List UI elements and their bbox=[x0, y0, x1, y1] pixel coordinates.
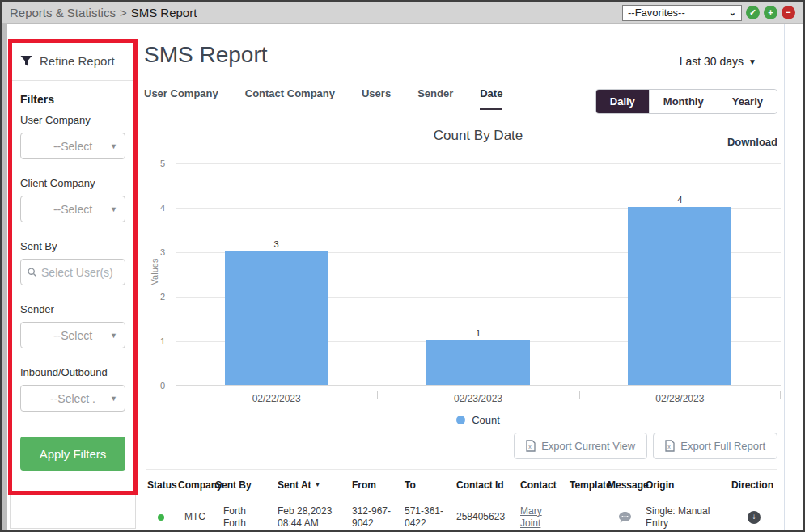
add-favorite-icon[interactable]: + bbox=[764, 6, 777, 19]
inbound-outbound-select[interactable]: --Select . ▼ bbox=[20, 385, 125, 412]
inbound-outbound-label: Inbound/Outbound bbox=[20, 366, 125, 378]
excel-file-icon: x bbox=[665, 440, 675, 452]
company-cell: MTC bbox=[176, 511, 214, 523]
sender-label: Sender bbox=[20, 303, 125, 315]
col-sent-at[interactable]: Sent At ▼ bbox=[276, 479, 350, 491]
col-direction: Direction bbox=[730, 479, 778, 491]
contact-link[interactable]: Mary Joint bbox=[520, 505, 549, 530]
svg-text:x: x bbox=[667, 444, 671, 450]
to-cell: 571-361-0422 bbox=[403, 505, 455, 530]
tab-contact-company[interactable]: Contact Company bbox=[245, 87, 335, 110]
col-from: From bbox=[350, 479, 403, 491]
bar-02/28/2023 bbox=[628, 207, 731, 385]
chevron-down-icon: ▼ bbox=[110, 205, 117, 213]
col-company: Company bbox=[176, 479, 214, 491]
page-title: SMS Report bbox=[144, 42, 268, 68]
sent-at-value: Feb 28,2023 08:44 AM bbox=[278, 505, 336, 530]
col-to: To bbox=[403, 479, 455, 491]
message-bubble-icon[interactable] bbox=[618, 511, 632, 524]
date-range-selector[interactable]: Last 30 days ▼ bbox=[680, 55, 756, 68]
excel-file-icon: x bbox=[526, 440, 536, 452]
bar-02/22/2023 bbox=[225, 251, 328, 385]
main-content: SMS Report Last 30 days ▼ User Company C… bbox=[139, 24, 785, 532]
user-company-label: User Company bbox=[20, 114, 125, 126]
legend-count-label: Count bbox=[472, 414, 500, 426]
col-sent-at-label: Sent At bbox=[278, 479, 311, 491]
user-company-select-value: --Select bbox=[53, 140, 92, 153]
sent-by-input[interactable] bbox=[41, 266, 118, 279]
caret-down-icon: ▼ bbox=[748, 57, 756, 66]
direction-cell: ↓ bbox=[730, 511, 778, 524]
col-contact: Contact bbox=[519, 479, 568, 491]
contact-cell: Mary Joint bbox=[519, 505, 568, 530]
confirm-favorite-icon[interactable]: ✓ bbox=[746, 6, 760, 19]
export-full-report-button[interactable]: x Export Full Report bbox=[653, 433, 777, 459]
user-company-select[interactable]: --Select ▼ bbox=[20, 133, 125, 159]
favorites-select[interactable]: --Favorites-- ⌄ bbox=[622, 5, 742, 21]
left-scroll-gutter bbox=[2, 24, 7, 532]
from-value: 312-967-9042 bbox=[352, 505, 396, 530]
filters-heading: Filters bbox=[20, 93, 125, 106]
svg-text:x: x bbox=[528, 444, 532, 450]
date-range-value: Last 30 days bbox=[680, 55, 744, 68]
export-full-report-label: Export Full Report bbox=[680, 440, 765, 452]
sender-select[interactable]: --Select ▼ bbox=[20, 322, 125, 348]
top-bar: Reports & Statistics > SMS Report --Favo… bbox=[2, 2, 803, 24]
tab-sender[interactable]: Sender bbox=[417, 87, 453, 110]
app-window: Reports & Statistics > SMS Report --Favo… bbox=[0, 0, 805, 532]
client-company-label: Client Company bbox=[20, 177, 125, 189]
chart-title: Count By Date bbox=[176, 128, 781, 144]
period-toggle-group: Daily Monthly Yearly bbox=[595, 89, 777, 114]
legend-count-dot bbox=[456, 416, 465, 424]
chart-legend: Count bbox=[176, 414, 781, 426]
contact-id-cell: 258405623 bbox=[455, 511, 519, 523]
chevron-down-icon: ▼ bbox=[110, 331, 117, 340]
bar-02/23/2023 bbox=[426, 340, 530, 385]
export-current-view-button[interactable]: x Export Current View bbox=[514, 433, 647, 459]
status-active-dot bbox=[158, 514, 164, 521]
x-axis-label: 02/22/2023 bbox=[176, 393, 377, 404]
status-cell bbox=[146, 514, 176, 521]
client-company-select-value: --Select bbox=[53, 203, 92, 216]
download-link[interactable]: Download bbox=[727, 136, 777, 148]
sent-by-value: Forth Forth bbox=[223, 505, 259, 530]
period-daily-button[interactable]: Daily bbox=[596, 90, 649, 113]
sms-results-table: Status Company Sent By Sent At ▼ From To… bbox=[139, 469, 784, 532]
x-axis-label: 02/23/2023 bbox=[377, 393, 578, 404]
sent-by-search-box bbox=[20, 259, 125, 285]
inbound-outbound-select-value: --Select . bbox=[50, 392, 95, 405]
tab-users[interactable]: Users bbox=[362, 87, 391, 110]
period-yearly-button[interactable]: Yearly bbox=[718, 90, 777, 113]
col-message: Message bbox=[606, 479, 644, 491]
direction-down-arrow-icon[interactable]: ↓ bbox=[748, 511, 761, 524]
chart-plot: 314 bbox=[176, 163, 781, 386]
chart-xlabels: 02/22/202302/23/202302/28/2023 bbox=[176, 393, 781, 404]
remove-favorite-icon[interactable]: − bbox=[782, 6, 795, 19]
filter-funnel-icon bbox=[20, 55, 32, 67]
col-contact-id: Contact Id bbox=[455, 479, 519, 491]
tab-date[interactable]: Date bbox=[480, 87, 502, 110]
divider bbox=[11, 424, 135, 424]
client-company-select[interactable]: --Select ▼ bbox=[20, 196, 125, 222]
origin-value: Single: Manual Entry bbox=[646, 505, 717, 530]
breadcrumb-reports-statistics[interactable]: Reports & Statistics bbox=[10, 6, 116, 19]
favorites-select-value: --Favorites-- bbox=[628, 6, 685, 19]
tab-user-company[interactable]: User Company bbox=[144, 87, 218, 110]
period-monthly-button[interactable]: Monthly bbox=[649, 90, 718, 113]
origin-cell: Single: Manual Entry bbox=[644, 505, 730, 530]
chart-yticks: 012345 bbox=[139, 163, 170, 386]
chevron-down-icon: ⌄ bbox=[729, 7, 736, 18]
to-value: 571-361-0422 bbox=[405, 505, 448, 530]
chevron-down-icon: ▼ bbox=[110, 395, 117, 403]
sender-select-value: --Select bbox=[53, 329, 92, 342]
divider bbox=[11, 80, 135, 81]
col-status: Status bbox=[146, 479, 176, 491]
table-row: MTC Forth Forth Feb 28,2023 08:44 AM 312… bbox=[146, 500, 777, 532]
search-icon bbox=[28, 267, 36, 277]
bar-value-label: 1 bbox=[476, 328, 481, 338]
breadcrumb-current-page: SMS Report bbox=[131, 6, 197, 19]
apply-filters-button[interactable]: Apply Filters bbox=[20, 437, 125, 471]
sent-by-label: Sent By bbox=[20, 240, 125, 252]
sent-at-cell: Feb 28,2023 08:44 AM bbox=[276, 505, 350, 530]
breadcrumb-separator: > bbox=[120, 6, 127, 19]
